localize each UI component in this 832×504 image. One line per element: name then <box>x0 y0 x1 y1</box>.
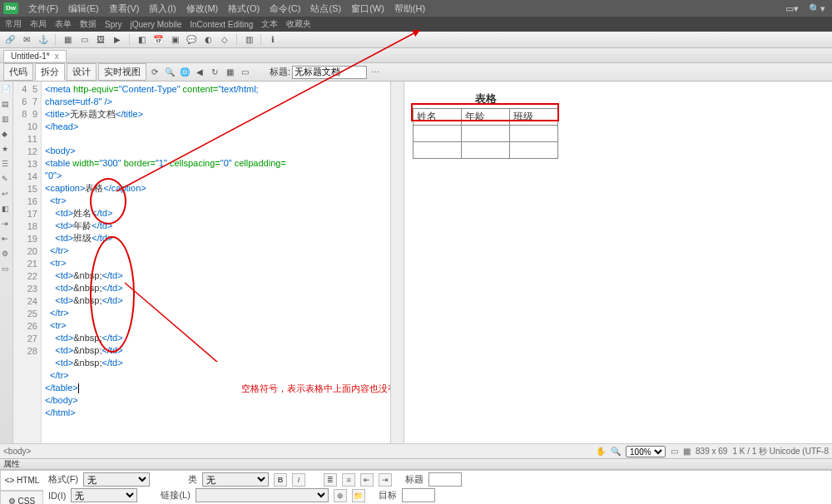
inspect-icon[interactable]: 🔍 <box>163 66 176 79</box>
cat-spry[interactable]: Spry <box>105 20 122 29</box>
layout-icon[interactable]: ▭▾ <box>782 3 802 14</box>
format-select[interactable]: 无 <box>83 472 150 487</box>
ol-icon[interactable]: ≡ <box>342 473 355 487</box>
collapse-icon[interactable]: ▤ <box>2 100 12 110</box>
menu-view[interactable]: 查看(V) <box>109 2 140 15</box>
menubar: Dw 文件(F) 编辑(E) 查看(V) 插入(I) 修改(M) 格式(O) 命… <box>0 0 832 17</box>
indent-icon[interactable]: ⇥ <box>2 220 12 230</box>
view-split[interactable]: 拆分 <box>35 63 65 81</box>
code-editor[interactable]: 4 5 6 7 8 9 10 11 12 13 14 15 16 17 18 1… <box>13 82 404 443</box>
stop-icon[interactable]: ▦ <box>223 66 236 79</box>
search-icon[interactable]: 🔍▾ <box>805 3 829 14</box>
wrap-icon[interactable]: ↩ <box>2 190 12 200</box>
props-tab-html[interactable]: <> HTML <box>0 470 43 491</box>
ruler-icon[interactable]: ▭ <box>671 447 678 456</box>
class-select[interactable]: 无 <box>202 472 269 487</box>
design-preview[interactable]: 表格 姓名 年龄 班级 <box>404 82 832 443</box>
settings-icon[interactable]: ▭ <box>238 66 251 79</box>
cat-text[interactable]: 文本 <box>261 18 278 30</box>
link-select[interactable] <box>196 488 329 502</box>
open-docs-icon[interactable]: 📄 <box>2 85 12 95</box>
tag-icon[interactable]: ℹ <box>266 33 280 47</box>
globe-icon[interactable]: 🌐 <box>178 66 191 79</box>
highlight-icon[interactable]: ✎ <box>2 175 12 185</box>
balance-icon[interactable]: ★ <box>2 145 12 155</box>
refresh-icon[interactable]: ↻ <box>208 66 221 79</box>
nav-icon[interactable]: ◀ <box>193 66 206 79</box>
insert-category-bar: 常用 布局 表单 数据 Spry jQuery Mobile InContext… <box>0 17 832 32</box>
server-icon[interactable]: ▣ <box>168 33 181 47</box>
code-scrollbar[interactable] <box>390 82 404 443</box>
view-code[interactable]: 代码 <box>3 63 33 81</box>
syntax-icon[interactable]: ◧ <box>2 205 12 215</box>
view-design[interactable]: 设计 <box>67 63 97 81</box>
head-icon[interactable]: ◐ <box>201 33 215 47</box>
image-icon[interactable]: 🖼 <box>94 33 107 47</box>
script-icon[interactable]: ◇ <box>218 33 231 47</box>
table-row <box>414 142 558 159</box>
cat-fav[interactable]: 收藏夹 <box>286 18 311 30</box>
indent-btn-icon[interactable]: ⇥ <box>379 473 392 487</box>
italic-icon[interactable]: I <box>292 473 305 487</box>
title-input[interactable] <box>292 66 367 79</box>
menu-window[interactable]: 窗口(W) <box>351 2 384 15</box>
comment-icon[interactable]: 💬 <box>185 33 198 47</box>
menu-insert[interactable]: 插入(I) <box>149 2 176 15</box>
title-label: 标题: <box>270 66 290 78</box>
window-size[interactable]: 839 x 69 <box>696 447 727 456</box>
id-select[interactable]: 无 <box>71 488 137 502</box>
date-icon[interactable]: 📅 <box>151 33 165 47</box>
title-more-icon[interactable]: ⋯ <box>369 66 382 79</box>
outdent-btn-icon[interactable]: ⇤ <box>360 473 374 487</box>
cell-header-1[interactable]: 姓名 <box>414 109 462 126</box>
menu-help[interactable]: 帮助(H) <box>394 2 425 15</box>
cat-layout[interactable]: 布局 <box>30 18 47 30</box>
cat-jquery[interactable]: jQuery Mobile <box>131 20 182 29</box>
link-point-icon[interactable]: ⊕ <box>334 489 347 502</box>
cat-forms[interactable]: 表单 <box>55 18 72 30</box>
zoom-icon[interactable]: 🔍 <box>611 447 621 456</box>
email-icon[interactable]: ✉ <box>20 33 33 47</box>
bold-icon[interactable]: B <box>274 473 287 487</box>
line-num-icon[interactable]: ☰ <box>2 160 12 170</box>
close-icon[interactable]: x <box>55 52 59 61</box>
ul-icon[interactable]: ≣ <box>324 473 337 487</box>
menu-commands[interactable]: 命令(C) <box>270 2 300 15</box>
recent-icon[interactable]: ▭ <box>2 264 12 274</box>
link-icon[interactable]: 🔗 <box>3 33 17 47</box>
cell-header-2[interactable]: 年龄 <box>462 109 510 126</box>
cat-data[interactable]: 数据 <box>80 18 97 30</box>
preview-table[interactable]: 表格 姓名 年龄 班级 <box>413 90 558 159</box>
media-icon[interactable]: ▶ <box>111 33 124 47</box>
format-icon[interactable]: ⚙ <box>2 250 12 259</box>
menu-edit[interactable]: 编辑(E) <box>68 2 99 15</box>
expand-icon[interactable]: ▥ <box>2 115 12 125</box>
anchor-icon[interactable]: ⚓ <box>37 33 50 47</box>
table-icon[interactable]: ▦ <box>61 33 74 47</box>
cat-incontext[interactable]: InContext Editing <box>190 20 253 29</box>
code-content[interactable]: <meta http-equiv="Content-Type" content=… <box>42 82 390 443</box>
live-code-icon[interactable]: ⟳ <box>148 66 161 79</box>
document-tab[interactable]: Untitled-1* x <box>3 50 67 62</box>
menu-file[interactable]: 文件(F) <box>28 2 58 15</box>
annotation-text: 空格符号，表示表格中上面内容也没有 <box>241 383 390 394</box>
tag-path[interactable]: <body> <box>3 447 31 456</box>
outdent-icon[interactable]: ⇤ <box>2 235 12 245</box>
templates-icon[interactable]: ▥ <box>242 33 255 47</box>
div-icon[interactable]: ▭ <box>77 33 91 47</box>
view-live[interactable]: 实时视图 <box>98 63 146 81</box>
hand-icon[interactable]: ✋ <box>596 447 606 456</box>
title-attr-input[interactable] <box>428 472 462 487</box>
props-tab-css[interactable]: ⚙ CSS <box>0 491 43 504</box>
select-parent-icon[interactable]: ◆ <box>2 130 12 140</box>
widget-icon[interactable]: ◧ <box>135 33 148 47</box>
menu-site[interactable]: 站点(S) <box>310 2 341 15</box>
menu-modify[interactable]: 修改(M) <box>186 2 219 15</box>
menu-format[interactable]: 格式(O) <box>228 2 260 15</box>
cell-header-3[interactable]: 班级 <box>510 109 558 126</box>
link-folder-icon[interactable]: 📁 <box>352 489 365 502</box>
zoom-select[interactable]: 100% <box>626 446 666 457</box>
target-label: 目标 <box>379 489 397 502</box>
target-input[interactable] <box>402 488 435 502</box>
cat-common[interactable]: 常用 <box>5 18 22 30</box>
